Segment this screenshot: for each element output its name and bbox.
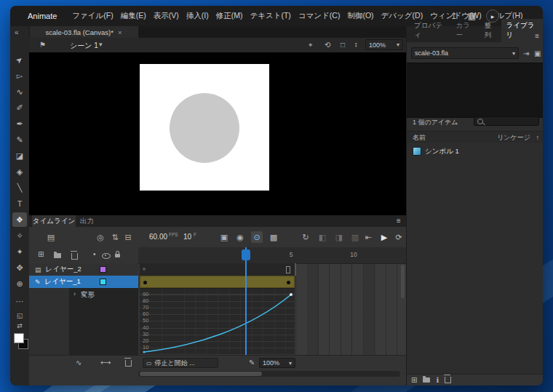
camera-icon[interactable]: ◎ [95,231,106,243]
ease-curve-editor[interactable]: 90 80 70 60 50 40 30 20 10 [140,288,295,355]
hand-tool[interactable]: ✥ [12,260,27,275]
menu-file[interactable]: ファイル(F) [72,11,113,21]
layer-name[interactable]: レイヤー_1 [45,277,81,287]
lock-layers-icon[interactable] [115,254,120,257]
fit-timeline-icon[interactable]: ⟷ [100,359,111,367]
layer2-frame-span[interactable] [140,263,296,276]
menu-text[interactable]: テキスト(T) [250,11,290,21]
menu-edit[interactable]: 編集(E) [121,11,146,21]
stage-zoom-select[interactable]: 100% ▾ [365,39,403,50]
frame-rate-value[interactable]: 60.00 [149,233,167,241]
onion-skin-icon[interactable]: ◉ [234,231,246,243]
tab-output[interactable]: 出力 [80,217,94,226]
stage-pasteboard[interactable] [29,52,406,215]
show-hide-icon[interactable] [102,253,111,259]
tab-timeline[interactable]: タイムライン [32,215,76,227]
library-list[interactable]: シンボル 1 [407,143,543,374]
loop-playback-icon[interactable]: ⟳ [393,231,405,243]
eyedropper-tool[interactable]: ✧ [12,228,27,243]
ease-curve-icon[interactable]: ∿ [76,359,81,367]
text-tool[interactable]: T [12,196,27,211]
new-layer-icon[interactable]: ⊞ [38,250,44,258]
edit-ease-icon[interactable]: ✎ [249,359,255,367]
circle-shape[interactable] [170,93,239,163]
column-linkage[interactable]: リンケージ [497,133,530,143]
onion-outlines-icon[interactable]: ⊙ [251,231,263,243]
panel-menu-icon[interactable]: ≡ [397,217,401,225]
more-tools-button[interactable]: ⋯ [12,294,27,308]
asset-warp-tool[interactable]: ❖ [12,212,27,227]
pencil-tool[interactable]: ✎ [12,132,27,147]
polystar-tool[interactable]: ✦ [12,244,27,259]
timeline-horizontal-scrollbar[interactable] [138,371,400,377]
close-icon[interactable]: × [118,28,122,36]
clip-content-icon[interactable]: □ [341,41,345,49]
zoom-stepper[interactable]: ▴ ▾ [355,41,357,47]
timeline-vertical-scrollbar[interactable] [401,265,405,298]
shade-tween-icon[interactable]: ◧ [317,231,328,243]
stage-canvas[interactable] [140,64,269,191]
scene-name[interactable]: シーン 1 [70,41,98,51]
step-down-icon[interactable]: ▾ [355,44,357,47]
tab-align[interactable]: 整列 [480,19,502,42]
layer-outline-color[interactable] [100,266,106,273]
zoom-tool[interactable]: ⊕ [12,276,27,291]
library-search-input[interactable] [474,116,539,126]
edit-multiple-frames-icon[interactable]: ▩ [268,231,279,243]
ease-preset-button[interactable]: ▭ 停止と開始 ... [143,358,218,368]
menu-commands[interactable]: コマンド(C) [298,11,341,21]
library-document-select[interactable]: scale-03.fla ▾ [411,47,519,59]
library-item-name[interactable]: シンボル 1 [425,147,459,156]
layer-row-2[interactable]: ▤ レイヤー_2 [29,263,138,276]
delete-item-icon[interactable] [445,377,451,383]
swap-colors-icon[interactable]: ⇄ [12,319,27,333]
column-name[interactable]: 名前 [413,133,426,143]
selection-tool[interactable]: ➤ [12,52,27,67]
playhead-line[interactable] [245,247,247,355]
parenting-view-icon[interactable]: ⇅ [109,231,121,243]
layer-outline-color[interactable] [100,279,106,285]
layer-name[interactable]: レイヤー_2 [46,265,81,274]
line-tool[interactable]: ╲ [12,180,27,195]
new-folder-icon[interactable] [423,377,430,383]
advanced-layers-icon[interactable]: ⊟ [122,231,134,243]
subselection-tool[interactable]: ▻ [12,68,27,83]
layer1-tween-span[interactable] [140,276,295,288]
item-properties-icon[interactable]: ℹ [436,376,439,384]
fill-color-swatch[interactable] [14,333,24,343]
loop-frames-icon[interactable]: ↻ [300,231,311,243]
eraser-tool[interactable]: ◪ [12,148,27,163]
tween-left-icon[interactable]: ◨ [333,231,345,243]
new-library-panel-icon[interactable]: ▣ [534,49,541,57]
disclosure-icon[interactable]: › [73,290,76,297]
scrollbar-thumb[interactable] [140,372,262,376]
new-folder-icon[interactable] [54,253,61,258]
delete-layer-icon[interactable] [71,253,78,260]
highlight-layers-icon[interactable]: • [93,250,96,258]
playhead[interactable] [242,249,250,260]
ease-value-select[interactable]: 100% ▾ [259,358,295,368]
frame-ruler[interactable]: 5 10 15 20 [138,247,406,264]
layer-row-1[interactable]: ✎ レイヤー_1 [29,276,138,288]
rewind-icon[interactable]: ⇤ [362,231,374,243]
center-stage-icon[interactable]: ⌖ [309,41,313,49]
tween-right-icon[interactable]: ▥ [349,231,361,243]
menu-control[interactable]: 制御(O) [347,11,373,21]
delete-ease-icon[interactable] [125,360,132,367]
play-button[interactable]: ▶ [378,231,390,243]
sort-ascending-icon[interactable]: ↑ [536,134,540,141]
document-tab[interactable]: scale-03.fla (Canvas)* × [29,26,138,38]
tab-color[interactable]: カラー [452,19,480,42]
pin-library-icon[interactable]: ⇥ [523,49,529,57]
menu-insert[interactable]: 挿入(I) [186,11,209,21]
collapse-panel-icon[interactable]: « [15,28,19,36]
lasso-tool[interactable]: ∿ [12,84,27,99]
tab-properties[interactable]: プロパティ [410,19,452,42]
pen-tool[interactable]: ✒ [12,116,27,131]
ease-curve[interactable] [140,289,295,355]
cut-frames-icon[interactable]: ▣ [218,231,230,243]
new-symbol-icon[interactable]: ⊞ [411,376,417,384]
menu-modify[interactable]: 修正(M) [216,11,243,21]
tween-property-label[interactable]: 変形 [81,290,95,300]
fluid-brush-tool[interactable]: ✐ [12,100,27,115]
